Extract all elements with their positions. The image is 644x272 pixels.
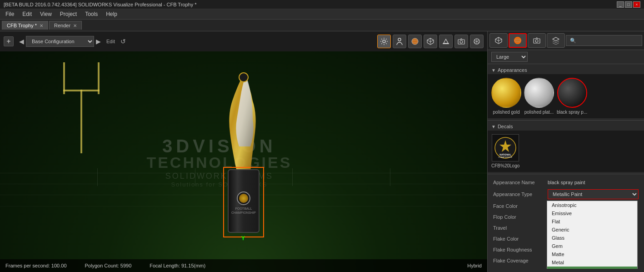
tab-cfb-trophy[interactable]: CFB Trophy * ✕ [2, 21, 48, 30]
appearance-item-black[interactable]: black spray p... [557, 78, 587, 115]
properties-section: Appearance Name black spray paint Appear… [488, 174, 644, 272]
travel-label: Travel [493, 225, 548, 231]
decals-arrow: ▼ [491, 124, 496, 129]
svg-text:CHAMPIONSHIP: CHAMPIONSHIP [499, 156, 513, 158]
large-select-wrap: Large Small Medium [488, 50, 644, 64]
appearances-header[interactable]: ▼ Appearances [488, 66, 644, 74]
config-next-arrow[interactable]: ▶ [96, 38, 101, 45]
add-config-button[interactable]: + [4, 36, 14, 46]
fps-display: Frames per second: 100.00 [5, 263, 67, 268]
decals-header[interactable]: ▼ Decals [488, 122, 644, 131]
dropdown-option-gem[interactable]: Gem [547, 242, 637, 250]
title-bar-text: [BETA BUILD 2016.0.742.43364] SOLIDWORKS… [4, 2, 197, 7]
panel-cube-btn[interactable] [489, 33, 508, 48]
decal-item-cfb[interactable]: NATIONAL CHAMPIONSHIP CFB%20Logo [491, 134, 519, 168]
close-button[interactable]: × [633, 1, 640, 8]
flop-color-label: Flop Color [493, 214, 548, 220]
menu-tools[interactable]: Tools [81, 10, 101, 18]
svg-point-0 [383, 40, 385, 43]
trophy: FOOTBALLCHAMPIONSHIP Y [207, 69, 280, 272]
toolbar-aperture-btn[interactable] [470, 35, 484, 48]
trophy-selection-box [223, 167, 264, 237]
trophy-top-svg [207, 69, 280, 174]
panel-layers-btn[interactable] [547, 33, 565, 48]
config-select-wrap: ◀ Base Configuration ▶ Edit ↺ [19, 36, 126, 47]
toolbar-settings-btn[interactable] [377, 35, 391, 48]
toolbar-camera-btn[interactable] [454, 35, 468, 48]
dropdown-option-generic[interactable]: Generic [547, 226, 637, 234]
svg-point-2 [412, 38, 418, 45]
tab-bar: CFB Trophy * ✕ Render ✕ [0, 20, 644, 31]
decal-label-cfb: CFB%20Logo [491, 163, 519, 168]
refresh-icon[interactable]: ↺ [120, 38, 126, 45]
appearance-item-gold[interactable]: polished gold [491, 78, 521, 115]
tab-render-label: Render [54, 23, 70, 28]
appearance-thumb-platinum [524, 78, 554, 108]
polygon-count: Polygon Count: 5990 [85, 263, 132, 268]
dropdown-option-matte[interactable]: Matte [547, 250, 637, 258]
appearances-grid: polished gold polished plat... black spr… [488, 74, 644, 118]
menu-bar: File Edit View Project Tools Help [0, 9, 644, 20]
dropdown-option-metallic-paint[interactable]: Metallic Paint [547, 267, 637, 269]
prop-appearance-type: Appearance Type Metallic Paint [488, 188, 644, 201]
tab-render[interactable]: Render ✕ [49, 21, 82, 30]
dropdown-option-glass[interactable]: Glass [547, 234, 637, 242]
appearance-item-platinum[interactable]: polished plat... [524, 78, 554, 115]
viewport[interactable]: + ◀ Base Configuration ▶ Edit ↺ [0, 31, 487, 272]
appearances-label: Appearances [498, 67, 527, 73]
appearance-type-select-wrap: Metallic Paint [548, 189, 639, 199]
menu-edit[interactable]: Edit [19, 10, 35, 18]
toolbar-hat-btn[interactable] [439, 35, 453, 48]
dropdown-option-anisotropic[interactable]: Anisotropic [547, 201, 637, 209]
toolbar-sphere-btn[interactable] [408, 35, 422, 48]
minimize-button[interactable]: _ [617, 1, 624, 8]
appearances-section: ▼ Appearances polished gold polished pla… [488, 64, 644, 121]
appearance-type-select[interactable]: Metallic Paint [548, 189, 639, 199]
menu-file[interactable]: File [2, 10, 18, 18]
size-select[interactable]: Large Small Medium [491, 52, 528, 62]
right-panel: Large Small Medium ▼ Appearances polishe… [487, 31, 644, 272]
appearances-arrow: ▼ [491, 68, 496, 73]
config-select[interactable]: Base Configuration [26, 36, 94, 47]
dropdown-option-emissive[interactable]: Emissive [547, 209, 637, 217]
svg-point-12 [514, 37, 521, 44]
menu-view[interactable]: View [36, 10, 55, 18]
face-color-label: Face Color [493, 203, 548, 209]
config-prev-arrow[interactable]: ◀ [19, 38, 24, 45]
dropdown-option-metal[interactable]: Metal [547, 258, 637, 267]
decals-section: ▼ Decals NATIONAL CHAMPIONSHIP CFB%20Log [488, 121, 644, 174]
decals-label: Decals [498, 124, 513, 129]
panel-sphere-btn[interactable] [509, 33, 527, 48]
appearance-name-value: black spray paint [548, 180, 639, 185]
svg-point-6 [460, 40, 463, 43]
panel-camera-btn[interactable] [528, 33, 546, 48]
dropdown-option-flat[interactable]: Flat [547, 217, 637, 226]
appearance-label-gold: polished gold [493, 110, 520, 115]
maximize-button[interactable]: □ [625, 1, 632, 8]
toolbar-cube-btn[interactable] [424, 35, 437, 48]
tab-cfb-trophy-label: CFB Trophy * [7, 23, 37, 28]
edit-config-button[interactable]: Edit [103, 38, 119, 45]
title-bar: [BETA BUILD 2016.0.742.43364] SOLIDWORKS… [0, 0, 644, 9]
flake-coverage-label: Flake Coverage [493, 258, 548, 263]
svg-point-11 [239, 73, 248, 82]
goalpost [59, 62, 104, 153]
panel-search-input[interactable] [566, 35, 642, 46]
decals-grid: NATIONAL CHAMPIONSHIP CFB%20Logo [488, 131, 644, 172]
viewport-background: 3DVISION TECHNOLOGIES SOLIDWORKS HELMS S… [0, 51, 487, 272]
viewport-toolbar: + ◀ Base Configuration ▶ Edit ↺ [0, 31, 487, 51]
flake-roughness-label: Flake Roughness [493, 247, 548, 252]
render-mode-badge: Hybrid [467, 263, 482, 268]
menu-help[interactable]: Help [102, 10, 121, 18]
cfb-logo-svg: NATIONAL CHAMPIONSHIP [494, 136, 517, 159]
svg-point-15 [535, 40, 538, 42]
panel-top-toolbar [488, 31, 644, 50]
menu-project[interactable]: Project [56, 10, 80, 18]
tab-render-close[interactable]: ✕ [73, 23, 77, 28]
appearance-name-label: Appearance Name [493, 180, 548, 185]
appearance-thumb-black [557, 78, 587, 108]
appearance-thumb-gold [491, 78, 521, 108]
appearance-label-platinum: polished plat... [524, 110, 554, 115]
toolbar-person-btn[interactable] [393, 35, 406, 48]
tab-cfb-trophy-close[interactable]: ✕ [40, 23, 43, 28]
